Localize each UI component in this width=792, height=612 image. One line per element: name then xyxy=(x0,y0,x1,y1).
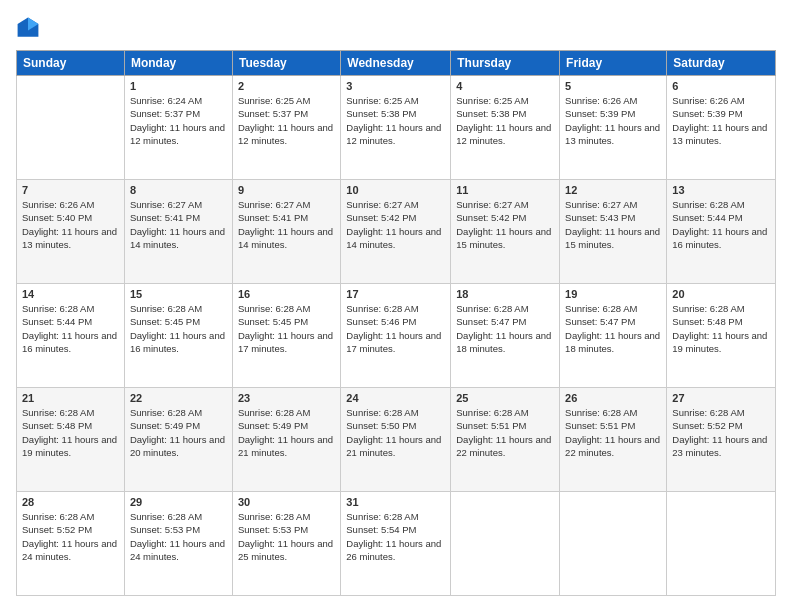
day-number: 18 xyxy=(456,288,554,300)
calendar-day-cell: 2Sunrise: 6:25 AM Sunset: 5:37 PM Daylig… xyxy=(232,76,340,180)
calendar-table: SundayMondayTuesdayWednesdayThursdayFrid… xyxy=(16,50,776,596)
calendar-day-cell xyxy=(667,492,776,596)
calendar-day-cell: 3Sunrise: 6:25 AM Sunset: 5:38 PM Daylig… xyxy=(341,76,451,180)
day-info: Sunrise: 6:28 AM Sunset: 5:53 PM Dayligh… xyxy=(130,510,227,563)
calendar-day-cell: 16Sunrise: 6:28 AM Sunset: 5:45 PM Dayli… xyxy=(232,284,340,388)
header xyxy=(16,16,776,40)
day-info: Sunrise: 6:26 AM Sunset: 5:40 PM Dayligh… xyxy=(22,198,119,251)
day-number: 24 xyxy=(346,392,445,404)
day-info: Sunrise: 6:28 AM Sunset: 5:49 PM Dayligh… xyxy=(238,406,335,459)
day-info: Sunrise: 6:28 AM Sunset: 5:53 PM Dayligh… xyxy=(238,510,335,563)
day-number: 26 xyxy=(565,392,661,404)
calendar-week-row: 7Sunrise: 6:26 AM Sunset: 5:40 PM Daylig… xyxy=(17,180,776,284)
day-info: Sunrise: 6:28 AM Sunset: 5:52 PM Dayligh… xyxy=(672,406,770,459)
calendar-day-cell: 23Sunrise: 6:28 AM Sunset: 5:49 PM Dayli… xyxy=(232,388,340,492)
calendar-week-row: 21Sunrise: 6:28 AM Sunset: 5:48 PM Dayli… xyxy=(17,388,776,492)
calendar-day-cell: 29Sunrise: 6:28 AM Sunset: 5:53 PM Dayli… xyxy=(124,492,232,596)
calendar-week-row: 28Sunrise: 6:28 AM Sunset: 5:52 PM Dayli… xyxy=(17,492,776,596)
day-number: 14 xyxy=(22,288,119,300)
day-info: Sunrise: 6:27 AM Sunset: 5:42 PM Dayligh… xyxy=(456,198,554,251)
day-number: 1 xyxy=(130,80,227,92)
page: SundayMondayTuesdayWednesdayThursdayFrid… xyxy=(0,0,792,612)
day-info: Sunrise: 6:25 AM Sunset: 5:38 PM Dayligh… xyxy=(456,94,554,147)
day-info: Sunrise: 6:24 AM Sunset: 5:37 PM Dayligh… xyxy=(130,94,227,147)
day-info: Sunrise: 6:26 AM Sunset: 5:39 PM Dayligh… xyxy=(672,94,770,147)
day-number: 13 xyxy=(672,184,770,196)
calendar-day-cell: 7Sunrise: 6:26 AM Sunset: 5:40 PM Daylig… xyxy=(17,180,125,284)
day-number: 4 xyxy=(456,80,554,92)
calendar-day-header: Tuesday xyxy=(232,51,340,76)
day-number: 30 xyxy=(238,496,335,508)
day-number: 25 xyxy=(456,392,554,404)
calendar-day-header: Sunday xyxy=(17,51,125,76)
day-number: 10 xyxy=(346,184,445,196)
calendar-day-header: Saturday xyxy=(667,51,776,76)
day-number: 15 xyxy=(130,288,227,300)
calendar-day-cell: 6Sunrise: 6:26 AM Sunset: 5:39 PM Daylig… xyxy=(667,76,776,180)
calendar-week-row: 1Sunrise: 6:24 AM Sunset: 5:37 PM Daylig… xyxy=(17,76,776,180)
day-number: 7 xyxy=(22,184,119,196)
calendar-day-cell: 18Sunrise: 6:28 AM Sunset: 5:47 PM Dayli… xyxy=(451,284,560,388)
day-info: Sunrise: 6:28 AM Sunset: 5:52 PM Dayligh… xyxy=(22,510,119,563)
day-info: Sunrise: 6:28 AM Sunset: 5:48 PM Dayligh… xyxy=(672,302,770,355)
calendar-header-row: SundayMondayTuesdayWednesdayThursdayFrid… xyxy=(17,51,776,76)
calendar-day-cell: 13Sunrise: 6:28 AM Sunset: 5:44 PM Dayli… xyxy=(667,180,776,284)
day-number: 21 xyxy=(22,392,119,404)
day-number: 5 xyxy=(565,80,661,92)
calendar-day-cell: 1Sunrise: 6:24 AM Sunset: 5:37 PM Daylig… xyxy=(124,76,232,180)
day-number: 2 xyxy=(238,80,335,92)
day-info: Sunrise: 6:28 AM Sunset: 5:45 PM Dayligh… xyxy=(238,302,335,355)
day-info: Sunrise: 6:25 AM Sunset: 5:38 PM Dayligh… xyxy=(346,94,445,147)
calendar-day-cell: 21Sunrise: 6:28 AM Sunset: 5:48 PM Dayli… xyxy=(17,388,125,492)
day-number: 9 xyxy=(238,184,335,196)
calendar-day-cell: 20Sunrise: 6:28 AM Sunset: 5:48 PM Dayli… xyxy=(667,284,776,388)
day-number: 28 xyxy=(22,496,119,508)
day-info: Sunrise: 6:28 AM Sunset: 5:44 PM Dayligh… xyxy=(672,198,770,251)
day-info: Sunrise: 6:28 AM Sunset: 5:50 PM Dayligh… xyxy=(346,406,445,459)
day-number: 31 xyxy=(346,496,445,508)
day-info: Sunrise: 6:28 AM Sunset: 5:51 PM Dayligh… xyxy=(456,406,554,459)
day-number: 3 xyxy=(346,80,445,92)
day-info: Sunrise: 6:28 AM Sunset: 5:49 PM Dayligh… xyxy=(130,406,227,459)
day-number: 27 xyxy=(672,392,770,404)
day-number: 20 xyxy=(672,288,770,300)
day-number: 22 xyxy=(130,392,227,404)
calendar-day-header: Monday xyxy=(124,51,232,76)
calendar-day-cell: 14Sunrise: 6:28 AM Sunset: 5:44 PM Dayli… xyxy=(17,284,125,388)
calendar-day-cell: 30Sunrise: 6:28 AM Sunset: 5:53 PM Dayli… xyxy=(232,492,340,596)
logo-icon xyxy=(16,16,40,40)
calendar-day-cell: 24Sunrise: 6:28 AM Sunset: 5:50 PM Dayli… xyxy=(341,388,451,492)
day-number: 23 xyxy=(238,392,335,404)
day-info: Sunrise: 6:26 AM Sunset: 5:39 PM Dayligh… xyxy=(565,94,661,147)
logo xyxy=(16,16,44,40)
calendar-day-header: Wednesday xyxy=(341,51,451,76)
day-info: Sunrise: 6:28 AM Sunset: 5:44 PM Dayligh… xyxy=(22,302,119,355)
calendar-day-cell: 31Sunrise: 6:28 AM Sunset: 5:54 PM Dayli… xyxy=(341,492,451,596)
day-number: 12 xyxy=(565,184,661,196)
day-info: Sunrise: 6:28 AM Sunset: 5:48 PM Dayligh… xyxy=(22,406,119,459)
day-info: Sunrise: 6:28 AM Sunset: 5:47 PM Dayligh… xyxy=(456,302,554,355)
day-number: 8 xyxy=(130,184,227,196)
day-info: Sunrise: 6:27 AM Sunset: 5:43 PM Dayligh… xyxy=(565,198,661,251)
calendar-day-cell: 8Sunrise: 6:27 AM Sunset: 5:41 PM Daylig… xyxy=(124,180,232,284)
day-number: 11 xyxy=(456,184,554,196)
calendar-day-cell: 22Sunrise: 6:28 AM Sunset: 5:49 PM Dayli… xyxy=(124,388,232,492)
calendar-day-cell xyxy=(451,492,560,596)
day-number: 17 xyxy=(346,288,445,300)
day-number: 19 xyxy=(565,288,661,300)
calendar-day-cell: 26Sunrise: 6:28 AM Sunset: 5:51 PM Dayli… xyxy=(560,388,667,492)
calendar-day-cell: 5Sunrise: 6:26 AM Sunset: 5:39 PM Daylig… xyxy=(560,76,667,180)
day-info: Sunrise: 6:28 AM Sunset: 5:54 PM Dayligh… xyxy=(346,510,445,563)
calendar-day-cell: 27Sunrise: 6:28 AM Sunset: 5:52 PM Dayli… xyxy=(667,388,776,492)
calendar-day-cell: 4Sunrise: 6:25 AM Sunset: 5:38 PM Daylig… xyxy=(451,76,560,180)
day-number: 29 xyxy=(130,496,227,508)
day-info: Sunrise: 6:25 AM Sunset: 5:37 PM Dayligh… xyxy=(238,94,335,147)
day-number: 16 xyxy=(238,288,335,300)
day-info: Sunrise: 6:28 AM Sunset: 5:47 PM Dayligh… xyxy=(565,302,661,355)
calendar-day-cell: 15Sunrise: 6:28 AM Sunset: 5:45 PM Dayli… xyxy=(124,284,232,388)
calendar-day-cell xyxy=(17,76,125,180)
calendar-week-row: 14Sunrise: 6:28 AM Sunset: 5:44 PM Dayli… xyxy=(17,284,776,388)
calendar-day-cell xyxy=(560,492,667,596)
day-info: Sunrise: 6:27 AM Sunset: 5:41 PM Dayligh… xyxy=(238,198,335,251)
calendar-day-cell: 12Sunrise: 6:27 AM Sunset: 5:43 PM Dayli… xyxy=(560,180,667,284)
